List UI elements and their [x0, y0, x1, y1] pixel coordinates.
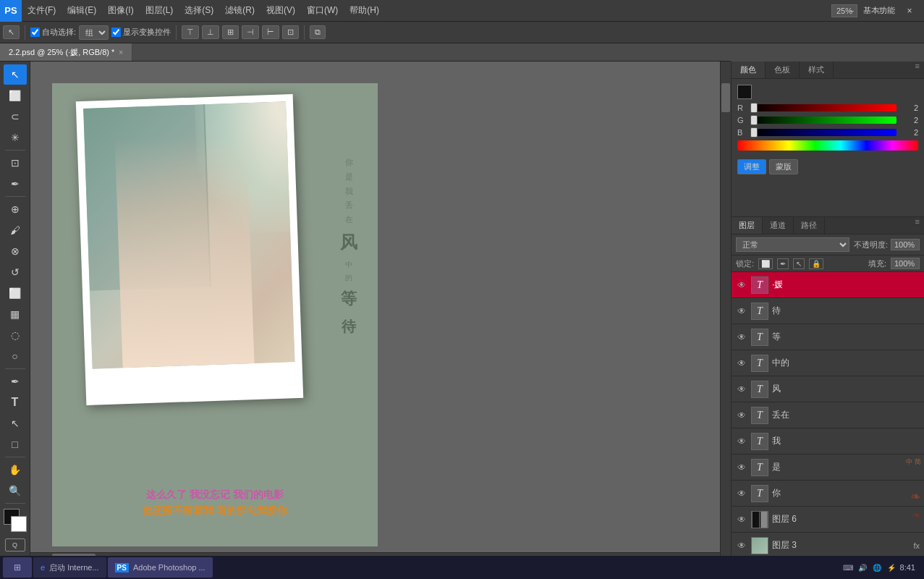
layer-visibility-icon[interactable]: 👁: [736, 410, 747, 421]
background-color[interactable]: [11, 516, 27, 532]
tray-icon-2[interactable]: 🔊: [857, 562, 868, 573]
layer-visibility-icon[interactable]: 👁: [736, 436, 747, 447]
tab-channels[interactable]: 通道: [763, 217, 794, 234]
layer-row[interactable]: 👁 T 风: [732, 376, 924, 402]
align-vcenter-btn[interactable]: ⊥: [202, 25, 219, 39]
marquee-tool[interactable]: ⬜: [4, 85, 27, 106]
auto-select-check[interactable]: [30, 28, 40, 37]
align-top-btn[interactable]: ⊤: [182, 25, 199, 39]
tray-icon-4[interactable]: ⚡: [886, 562, 897, 573]
menu-filter[interactable]: 滤镜(R): [219, 0, 260, 21]
layers-panel-collapse[interactable]: ≡: [911, 217, 924, 234]
layer-row[interactable]: 👁 T 丢在: [732, 402, 924, 428]
color-panel-collapse[interactable]: ≡: [911, 62, 924, 78]
start-button[interactable]: ⊞: [3, 557, 32, 578]
align-bottom-btn[interactable]: ⊞: [222, 25, 239, 39]
blur-tool[interactable]: ◌: [4, 325, 27, 345]
menu-view[interactable]: 视图(V): [260, 0, 301, 21]
zoom-tool[interactable]: 🔍: [4, 481, 27, 501]
menu-file[interactable]: 文件(F): [22, 0, 62, 21]
layer-visibility-icon[interactable]: 👁: [736, 514, 747, 525]
layer-visibility-icon[interactable]: 👁: [736, 384, 747, 395]
fill-value[interactable]: 100%: [891, 258, 920, 269]
tab-close-icon[interactable]: ×: [119, 48, 123, 56]
layer-visibility-icon[interactable]: 👁: [736, 279, 747, 291]
layer-visibility-icon[interactable]: 👁: [736, 488, 747, 499]
layer-visibility-icon[interactable]: 👁: [736, 305, 747, 317]
shape-tool[interactable]: □: [4, 434, 27, 455]
pen-tool[interactable]: ✒: [4, 371, 27, 392]
layer-row[interactable]: 👁 图层 6 ❧: [732, 507, 924, 533]
stamp-tool[interactable]: ⊗: [4, 241, 27, 261]
g-value[interactable]: 2: [901, 116, 918, 124]
scroll-thumb-v[interactable]: [721, 83, 730, 112]
maximize-button[interactable]: □: [866, 0, 895, 22]
auto-select-checkbox[interactable]: 自动选择:: [30, 27, 76, 38]
history-brush-tool[interactable]: ↺: [4, 262, 27, 282]
move-tool-options[interactable]: ↖: [3, 25, 20, 39]
show-transform-checkbox[interactable]: 显示变换控件: [111, 27, 171, 38]
hand-tool[interactable]: ✋: [4, 460, 27, 480]
tab-color[interactable]: 颜色: [732, 62, 766, 78]
layer-visibility-icon[interactable]: 👁: [736, 331, 747, 343]
layer-row[interactable]: 👁 T 待: [732, 298, 924, 324]
adjust-tab[interactable]: 调整: [737, 159, 766, 174]
b-value[interactable]: 2: [901, 128, 918, 137]
tab-styles[interactable]: 样式: [800, 62, 834, 78]
opacity-value[interactable]: 100%: [891, 239, 920, 250]
g-slider-thumb[interactable]: [750, 115, 758, 125]
path-select-tool[interactable]: ↖: [4, 413, 27, 434]
r-slider-thumb[interactable]: [750, 103, 758, 113]
color-spectrum-bar[interactable]: [737, 140, 918, 151]
r-value[interactable]: 2: [901, 103, 918, 112]
crop-tool[interactable]: ⊡: [4, 153, 27, 173]
lock-all-btn[interactable]: 🔒: [809, 258, 823, 269]
move-tool[interactable]: ↖: [4, 64, 27, 85]
eraser-tool[interactable]: ⬜: [4, 283, 27, 303]
tab-swatches[interactable]: 色板: [766, 62, 800, 78]
layer-blend-mode[interactable]: 正常: [736, 237, 849, 252]
show-transform-check[interactable]: [111, 28, 121, 37]
menu-window[interactable]: 窗口(W): [301, 0, 344, 21]
menu-select[interactable]: 选择(S): [179, 0, 219, 21]
lock-move-btn[interactable]: ↖: [793, 258, 805, 269]
auto-select-mode[interactable]: 组: [79, 25, 109, 40]
dodge-tool[interactable]: ○: [4, 346, 27, 366]
document-tab[interactable]: 2.2.psd @ 25% (·媛, RGB/8) * ×: [0, 43, 132, 61]
eyedropper-tool[interactable]: ✒: [4, 174, 27, 194]
vertical-scrollbar[interactable]: [720, 62, 731, 563]
layer-row[interactable]: 👁 T 是 中 简: [732, 455, 924, 481]
quick-mask-btn[interactable]: Q: [5, 538, 25, 551]
align-right-btn[interactable]: ⊡: [282, 25, 299, 39]
lock-pixel-btn[interactable]: ⬜: [758, 258, 773, 269]
tray-icon-1[interactable]: ⌨: [842, 562, 854, 573]
color-picker[interactable]: [4, 509, 27, 532]
gradient-tool[interactable]: ▦: [4, 304, 27, 324]
healing-brush-tool[interactable]: ⊕: [4, 199, 27, 219]
text-tool[interactable]: T: [4, 392, 27, 413]
layer-row[interactable]: 👁 图层 3 fx: [732, 533, 924, 559]
layer-row[interactable]: 👁 T 你 ❧: [732, 481, 924, 507]
brush-tool[interactable]: 🖌: [4, 220, 27, 240]
align-left-btn[interactable]: ⊣: [242, 25, 259, 39]
menu-image[interactable]: 图像(I): [102, 0, 139, 21]
close-button[interactable]: ×: [895, 0, 924, 22]
b-slider-thumb[interactable]: [750, 127, 758, 138]
layer-visibility-icon[interactable]: 👁: [736, 540, 747, 551]
lasso-tool[interactable]: ⊂: [4, 106, 27, 127]
layer-row[interactable]: 👁 T 我: [732, 428, 924, 455]
menu-edit[interactable]: 编辑(E): [62, 0, 102, 21]
align-hcenter-btn[interactable]: ⊢: [262, 25, 279, 39]
lock-paint-btn[interactable]: ✒: [777, 258, 789, 269]
color-swatch-display[interactable]: [737, 85, 752, 99]
taskbar-ps-btn[interactable]: PS Adobe Photoshop ...: [108, 557, 213, 578]
tray-icon-3[interactable]: 🌐: [871, 562, 883, 573]
layer-row[interactable]: 👁 T ·媛: [732, 272, 924, 298]
layer-visibility-icon[interactable]: 👁: [736, 462, 747, 473]
magic-wand-tool[interactable]: ✳: [4, 127, 27, 148]
minimize-button[interactable]: －: [837, 0, 866, 22]
layer-row[interactable]: 👁 T 中的: [732, 350, 924, 376]
taskbar-internet-btn[interactable]: e 启动 Interne...: [33, 557, 106, 578]
mask-tab[interactable]: 蒙版: [769, 159, 798, 174]
layer-visibility-icon[interactable]: 👁: [736, 358, 747, 369]
